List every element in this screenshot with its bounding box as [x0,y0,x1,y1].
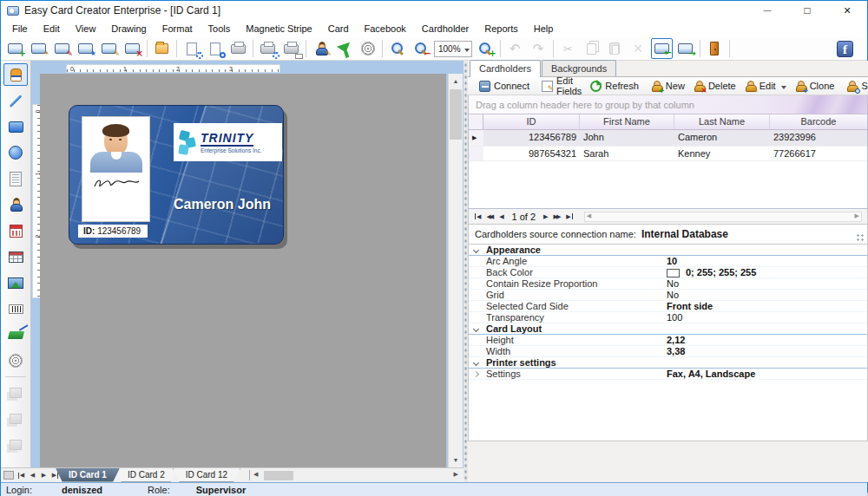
zoom-level-select[interactable]: 100% [434,41,472,57]
facebook-icon[interactable] [834,38,856,59]
table-row[interactable]: 987654321 Sarah Kenney 77266617 [469,146,867,161]
collapse-icon[interactable] [473,247,479,253]
property-group-appearance[interactable]: Appearance [469,245,867,256]
card-properties-icon[interactable] [75,38,96,59]
filter-icon[interactable] [333,38,355,59]
page-setup-icon[interactable] [181,38,202,59]
table-tool[interactable] [3,245,28,268]
refresh-button[interactable]: Refresh [586,79,643,94]
template-wizard-icon[interactable] [28,38,49,59]
tab-id-card-12[interactable]: ID Card 12 [173,468,240,482]
scroll-up-icon[interactable] [449,74,463,88]
edit-card-icon[interactable] [98,38,120,59]
property-value[interactable]: 10 [667,256,677,267]
exit-icon[interactable] [704,38,726,59]
undo-icon[interactable] [504,38,526,59]
canvas-horizontal-scrollbar[interactable] [249,470,460,480]
tab-id-card-1[interactable]: ID Card 1 [56,468,120,482]
canvas-vertical-scrollbar[interactable] [448,74,463,467]
property-row-contain-resize[interactable]: Contain Resize Proportion No [469,278,867,290]
close-icon[interactable] [827,1,867,20]
delete-button[interactable]: ×Delete [689,79,740,94]
tab-cardholders[interactable]: Cardholders [470,60,541,77]
cardholder-id-box[interactable]: ID: 123456789 [78,225,148,238]
connect-button[interactable]: Connect [475,79,534,94]
collapse-icon[interactable] [473,360,479,366]
menu-item-tools[interactable]: Tools [201,21,239,36]
property-row-back-color[interactable]: Back Color 0; 255; 255; 255 [469,267,867,278]
property-row-grid[interactable]: Grid No [469,290,867,301]
grid-header-id[interactable]: ID [483,114,580,129]
property-group-printer-settings[interactable]: Printer settings [469,357,867,369]
menu-item-reports[interactable]: Reports [477,21,526,36]
date-tool[interactable] [3,219,28,242]
property-row-arc-angle[interactable]: Arc Angle 10 [469,256,867,267]
prev-record-icon[interactable] [499,213,503,220]
collapse-icon[interactable] [473,326,479,332]
company-logo[interactable]: TRINITY Enterprise Solutions Inc. [174,123,282,161]
ellipse-tool[interactable] [3,141,28,164]
grid-header-first-name[interactable]: First Name [580,114,674,129]
cut-icon[interactable] [557,38,579,59]
barcode-tool[interactable] [3,297,28,320]
zoom-custom-icon[interactable] [475,38,496,59]
property-value[interactable]: 100 [667,312,682,323]
capture-fingerprint-icon[interactable] [357,38,378,59]
property-value[interactable]: Fax, A4, Landscape [667,369,755,380]
menu-item-cardholder[interactable]: Cardholder [414,21,477,36]
tab-backgrounds[interactable]: Backgrounds [542,60,616,76]
menu-item-format[interactable]: Format [155,21,201,36]
next-record-icon[interactable] [543,213,548,220]
redo-icon[interactable] [528,38,549,59]
print-preview-icon[interactable] [204,38,226,59]
menu-item-view[interactable]: View [68,21,104,36]
edit-fields-button[interactable]: Edit Fields [537,74,586,98]
first-tab-icon[interactable] [16,468,27,482]
tab-list-icon[interactable] [3,471,14,480]
image-tool[interactable] [3,271,28,294]
menu-item-magnetic-stripe[interactable]: Magnetic Stripe [238,21,319,36]
new-button[interactable]: +New [647,79,689,94]
pointer-tool[interactable] [3,63,28,86]
copy-icon[interactable] [581,38,602,59]
menu-item-file[interactable]: File [4,21,36,36]
property-value[interactable]: No [667,278,679,290]
property-row-height[interactable]: Height 2,12 [469,335,867,346]
menu-item-help[interactable]: Help [526,21,562,36]
property-row-settings[interactable]: Settings Fax, A4, Landscape [469,369,867,380]
edit-cardholder-icon[interactable] [310,38,332,59]
align-center-tool[interactable] [3,408,28,430]
property-value[interactable]: 2,12 [667,335,685,346]
table-row[interactable]: 123456789 John Cameron 23923996 [469,130,867,146]
property-row-selected-card-side[interactable]: Selected Card Side Front side [469,301,867,312]
menu-item-card[interactable]: Card [320,21,357,36]
last-record-icon[interactable] [566,213,572,220]
send-card-icon[interactable] [280,38,302,59]
grid-header-last-name[interactable]: Last Name [674,114,770,129]
zoom-out-icon[interactable] [410,38,431,59]
edit-button[interactable]: ✎Edit [740,79,791,94]
minimize-icon[interactable] [747,1,787,20]
menu-item-drawing[interactable]: Drawing [103,21,154,36]
vertical-scroll-thumb[interactable] [450,89,462,140]
grid-scroll-left-icon[interactable] [587,212,591,219]
scroll-down-icon[interactable] [449,453,463,467]
property-group-card-layout[interactable]: Card Layout [469,323,867,335]
grid-horizontal-scrollbar[interactable] [584,212,862,222]
search-button[interactable]: Search [842,79,868,94]
property-value[interactable]: Front side [667,301,713,312]
front-side-button[interactable] [651,38,673,59]
id-card-preview[interactable]: TRINITY Enterprise Solutions Inc. Camero… [69,105,284,245]
resize-grip-icon[interactable] [856,233,865,242]
fingerprint-tool[interactable] [3,349,28,372]
prev-tab-icon[interactable] [27,468,38,482]
rectangle-tool[interactable] [3,115,28,138]
signature-tool[interactable] [3,323,28,346]
delete-card-icon[interactable] [122,38,143,59]
property-value[interactable]: No [667,290,679,301]
print-icon[interactable] [227,38,249,59]
menu-item-facebook[interactable]: Facebook [357,21,414,36]
grid-header-barcode[interactable]: Barcode [770,114,867,129]
color-swatch[interactable] [667,269,680,277]
hscroll-right-icon[interactable] [454,471,458,478]
